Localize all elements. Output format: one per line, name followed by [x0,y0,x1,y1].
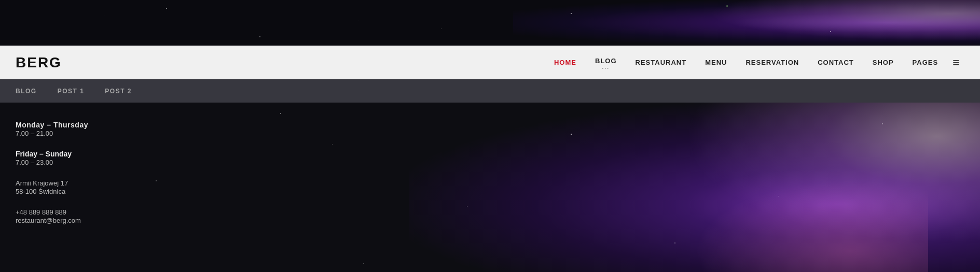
nav-item-home[interactable]: HOME [545,59,586,66]
navbar: BERG HOME BLOG ... RESTAURANT MENU RESER… [0,46,980,79]
subnav-item-blog[interactable]: BLOG [16,88,37,95]
nav-item-blog[interactable]: BLOG ... [586,57,626,68]
phone[interactable]: +48 889 889 889 [16,208,88,216]
subnav-item-post1[interactable]: POST 1 [58,88,85,95]
address-row: Armii Krajowej 17 58-100 Świdnica [16,179,88,195]
info-block: Monday – Thursday 7.00 – 21.00 Friday – … [16,121,88,228]
subnav-item-post2[interactable]: POST 2 [105,88,132,95]
weekend-value: 7.00 – 23.00 [16,159,88,166]
nav-item-pages[interactable]: PAGES [903,59,948,66]
nebula2-decoration [669,0,980,46]
email[interactable]: restaurant@berg.com [16,217,88,224]
weekday-label: Monday – Thursday [16,121,88,129]
space-banner [0,0,980,46]
logo[interactable]: BERG [16,54,62,71]
weekend-label: Friday – Sunday [16,150,88,158]
nav-links: HOME BLOG ... RESTAURANT MENU RESERVATIO… [545,56,964,69]
hamburger-button[interactable]: ≡ [947,56,964,69]
sub-nav: BLOG POST 1 POST 2 [0,79,980,103]
nav-item-shop[interactable]: SHOP [863,59,903,66]
nav-item-menu[interactable]: MENU [696,59,736,66]
address-line2: 58-100 Świdnica [16,188,88,195]
weekday-value: 7.00 – 21.00 [16,130,88,137]
weekend-hours-row: Friday – Sunday 7.00 – 23.00 [16,150,88,166]
blog-sub-dots: ... [595,66,617,68]
nav-item-reservation[interactable]: RESERVATION [736,59,808,66]
main-content: Monday – Thursday 7.00 – 21.00 Friday – … [0,103,980,272]
main-nebula-pink [669,168,928,272]
nav-item-restaurant[interactable]: RESTAURANT [626,59,696,66]
weekday-hours-row: Monday – Thursday 7.00 – 21.00 [16,121,88,137]
contact-row: +48 889 889 889 restaurant@berg.com [16,208,88,224]
address-line1: Armii Krajowej 17 [16,179,88,187]
nav-item-contact[interactable]: CONTACT [808,59,863,66]
